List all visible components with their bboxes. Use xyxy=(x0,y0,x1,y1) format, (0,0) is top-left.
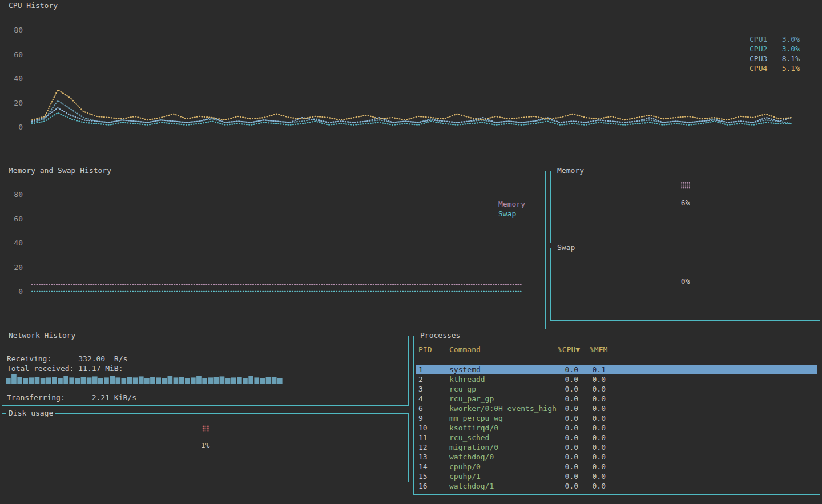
network-bar xyxy=(11,374,17,384)
process-row[interactable]: 16watchdog/10.00.0 xyxy=(416,481,817,491)
process-mem: 0.0 xyxy=(574,413,606,423)
process-pid: 16 xyxy=(418,481,428,491)
legend-value: 3.0% xyxy=(782,34,800,44)
legend-label: Swap xyxy=(498,209,516,219)
network-bar xyxy=(191,377,196,384)
header-command[interactable]: Command xyxy=(449,345,481,354)
network-bar xyxy=(63,376,68,384)
process-mem: 0.0 xyxy=(574,442,606,452)
process-row[interactable]: 9mm_percpu_wq0.00.0 xyxy=(416,413,817,423)
process-table-header: PID Command %CPU▼ %MEM xyxy=(416,345,817,354)
process-command: cpuhp/0 xyxy=(449,462,481,471)
panel-title-cpu: CPU History xyxy=(6,1,60,10)
network-bar xyxy=(162,378,167,384)
process-mem: 0.0 xyxy=(574,433,606,442)
legend-label: Memory xyxy=(498,199,525,209)
process-row[interactable]: 11rcu_sched0.00.0 xyxy=(416,433,817,442)
network-bar xyxy=(214,377,219,384)
network-bar xyxy=(208,377,213,384)
legend-label: CPU3 xyxy=(750,54,767,63)
cpu-history-panel: CPU History CPU13.0%CPU23.0%CPU38.1%CPU4… xyxy=(2,6,820,166)
process-mem: 0.0 xyxy=(574,374,606,384)
process-command: ksoftirqd/0 xyxy=(449,423,498,433)
network-bar xyxy=(104,377,109,384)
network-bar xyxy=(179,377,184,384)
network-bar xyxy=(87,377,92,384)
process-pid: 2 xyxy=(418,374,423,384)
network-bar xyxy=(144,378,150,384)
legend-item: CPU13.0% xyxy=(750,34,800,44)
cpu-history-plot xyxy=(2,6,820,166)
process-row[interactable]: 14cpuhp/00.00.0 xyxy=(416,462,817,471)
process-row[interactable]: 6kworker/0:0H-events_high0.00.0 xyxy=(416,404,817,413)
network-bar xyxy=(202,378,207,384)
network-bar xyxy=(243,378,248,384)
memory-swap-legend: MemorySwap xyxy=(498,199,525,219)
legend-item: CPU45.1% xyxy=(750,63,800,73)
panel-title-network: Network History xyxy=(6,331,78,340)
process-command: rcu_par_gp xyxy=(449,394,494,404)
process-row[interactable]: 4rcu_par_gp0.00.0 xyxy=(416,394,817,404)
process-command: rcu_gp xyxy=(449,384,476,394)
process-pid: 1 xyxy=(418,365,423,374)
header-mem[interactable]: %MEM xyxy=(590,345,607,354)
process-row[interactable]: 2kthreadd0.00.0 xyxy=(416,374,817,384)
process-row[interactable]: 12migration/00.00.0 xyxy=(416,442,817,452)
process-command: rcu_sched xyxy=(449,433,489,442)
network-bar xyxy=(41,378,46,384)
disk-usage-percent: 1% xyxy=(201,441,210,450)
cpu-legend: CPU13.0%CPU23.0%CPU38.1%CPU45.1% xyxy=(750,34,800,73)
y-axis-label: 40 xyxy=(2,74,23,83)
network-bar xyxy=(98,378,103,384)
y-axis-label: 20 xyxy=(2,263,23,272)
network-bar xyxy=(150,377,155,384)
process-row[interactable]: 13watchdog/00.00.0 xyxy=(416,452,817,462)
process-row[interactable]: 1systemd0.00.1 xyxy=(416,365,817,374)
header-cpu-sort[interactable]: %CPU▼ xyxy=(558,345,580,354)
disk-usage-panel: Disk usage 1% xyxy=(2,413,409,482)
legend-label: CPU1 xyxy=(750,34,767,44)
y-axis-label: 0 xyxy=(2,123,23,132)
y-axis-label: 80 xyxy=(2,190,23,199)
network-bar xyxy=(52,377,57,384)
panel-title-memory-swap: Memory and Swap History xyxy=(6,166,114,175)
memory-gauge: 6% xyxy=(551,182,820,208)
legend-item: Memory xyxy=(498,199,525,209)
network-bar xyxy=(75,378,80,384)
network-bar xyxy=(220,376,225,384)
process-row[interactable]: 15cpuhp/10.00.0 xyxy=(416,471,817,481)
legend-label: CPU4 xyxy=(750,63,767,73)
memory-swap-plot xyxy=(2,171,545,329)
process-pid: 3 xyxy=(418,384,423,394)
network-bar xyxy=(139,376,144,384)
process-pid: 12 xyxy=(418,442,428,452)
network-bar xyxy=(69,377,74,384)
memory-usage-percent: 6% xyxy=(681,199,690,208)
header-pid[interactable]: PID xyxy=(418,345,432,354)
process-pid: 10 xyxy=(418,423,428,433)
y-axis-label: 0 xyxy=(2,287,23,296)
y-axis-label: 60 xyxy=(2,50,23,59)
network-bar xyxy=(81,377,86,384)
process-command: systemd xyxy=(449,365,481,374)
network-bar xyxy=(58,378,63,384)
process-row[interactable]: 3rcu_gp0.00.0 xyxy=(416,384,817,394)
network-bar xyxy=(23,378,28,384)
network-bar xyxy=(115,377,120,384)
process-mem: 0.0 xyxy=(574,423,606,433)
network-bar xyxy=(277,378,283,384)
process-command: watchdog/1 xyxy=(449,481,494,491)
network-receiving-text: Receiving: 332.00 B/s xyxy=(7,354,127,364)
process-mem: 0.0 xyxy=(574,404,606,413)
cpu3-trace xyxy=(32,108,792,122)
process-mem: 0.0 xyxy=(574,452,606,462)
process-mem: 0.0 xyxy=(574,481,606,491)
network-bar xyxy=(248,376,253,384)
process-pid: 15 xyxy=(418,471,428,481)
disk-gauge: 1% xyxy=(2,425,408,450)
process-mem: 0.0 xyxy=(574,384,606,394)
network-bar xyxy=(185,378,190,384)
network-bar xyxy=(35,377,40,384)
process-pid: 4 xyxy=(418,394,423,404)
process-row[interactable]: 10ksoftirqd/00.00.0 xyxy=(416,423,817,433)
